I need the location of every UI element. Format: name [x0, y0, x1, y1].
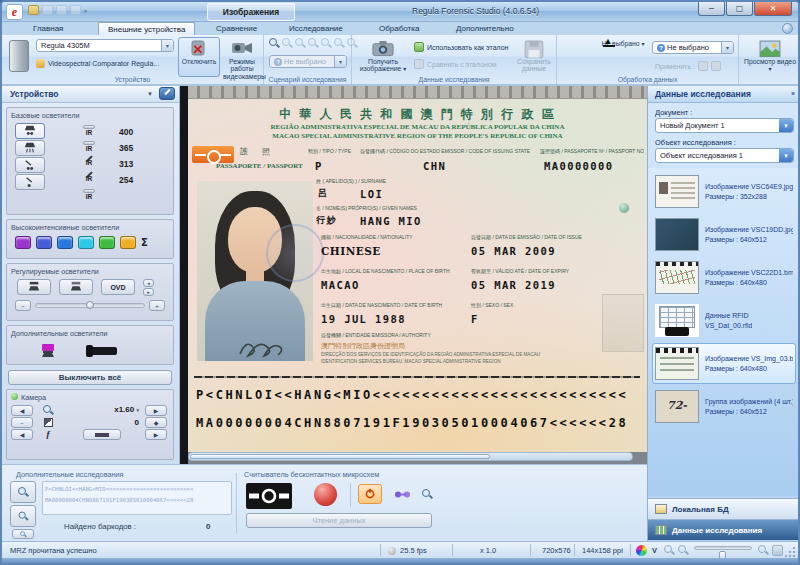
spot-light-button[interactable] — [15, 174, 45, 190]
resize-grip[interactable] — [784, 546, 796, 558]
led-cyan-button[interactable] — [78, 236, 94, 249]
ocr-zone-button[interactable] — [10, 481, 36, 503]
open-folder-icon[interactable] — [28, 5, 39, 15]
tab-comparison[interactable]: Сравнение — [207, 22, 266, 35]
uv-400-button[interactable]: 400 — [119, 124, 169, 140]
focus-left-button[interactable]: ◀ — [11, 429, 33, 440]
zoom-out-icon[interactable] — [664, 545, 675, 556]
scenario-tool-icon[interactable] — [295, 38, 306, 49]
save-data-button[interactable]: Сохранить данные — [514, 37, 554, 77]
slider-thumb[interactable] — [86, 301, 94, 309]
read-data-button[interactable]: Чтение данных — [246, 513, 432, 528]
chevron-down-icon[interactable]: ▼ — [147, 86, 153, 102]
small-magnifier-button[interactable] — [12, 529, 34, 539]
white-light-button[interactable] — [15, 123, 45, 139]
scrollbar-thumb[interactable] — [190, 454, 490, 459]
compare-with-reference-button[interactable]: Сравнить с эталоном — [414, 59, 497, 69]
exposure-plus-button[interactable]: ◆ — [145, 417, 167, 428]
ovd-button[interactable]: OVD — [101, 279, 135, 295]
apply-label[interactable]: Применить : — [655, 63, 695, 70]
device-model-combo[interactable]: Regula 4305M — [36, 39, 174, 52]
intensity-minus-button[interactable]: − — [15, 300, 31, 311]
chevron-right-icon[interactable]: » — [791, 86, 795, 102]
ir-illuminator-button[interactable]: IR — [65, 186, 113, 202]
horizontal-scrollbar[interactable] — [188, 452, 633, 461]
apply-prev-icon[interactable] — [698, 61, 708, 71]
adjustable-down-button[interactable]: ▸ — [143, 288, 154, 296]
save-icon[interactable] — [42, 5, 53, 15]
led-indigo-button[interactable] — [36, 236, 52, 249]
zoom-in-icon[interactable] — [758, 545, 769, 556]
nav-research-data[interactable]: Данные исследования — [648, 519, 800, 540]
scenario-tool-icon[interactable] — [321, 38, 332, 49]
scenario-combo[interactable]: ?Не выбрано — [269, 55, 347, 68]
scenario-tool-icon[interactable] — [308, 38, 319, 49]
reader-power-button[interactable] — [358, 484, 382, 504]
print-icon[interactable] — [70, 5, 81, 15]
uv-254-button[interactable]: 254 — [119, 172, 169, 188]
close-button[interactable]: ✕ — [754, 2, 792, 16]
list-item[interactable]: Изображение VSC19DD.jpgРазмеры : 640x512 — [652, 214, 796, 255]
document-combo[interactable]: Новый Документ 1 — [655, 118, 794, 133]
ribbon-style-icon[interactable] — [782, 23, 793, 34]
led-amber-button[interactable] — [120, 236, 136, 249]
tab-examination[interactable]: Исследование — [280, 22, 352, 35]
uv-313-button[interactable]: 313 — [119, 156, 169, 172]
sum-button[interactable]: Σ — [141, 236, 148, 249]
adjustable-lamp-1-button[interactable] — [17, 279, 51, 295]
qat-dropdown-icon[interactable]: ▾ — [84, 7, 87, 14]
scenario-tool-icon[interactable] — [334, 38, 345, 49]
magenta-lamp-icon[interactable] — [39, 343, 57, 358]
tab-home[interactable]: Главная — [24, 22, 72, 35]
view-video-button[interactable]: Просмотр видео — [743, 37, 797, 77]
maximize-button[interactable]: ▢ — [726, 2, 753, 16]
fit-view-icon[interactable] — [772, 545, 783, 556]
intensity-plus-button[interactable]: + — [149, 300, 165, 311]
side-light-button[interactable] — [15, 157, 45, 173]
led-violet-button[interactable] — [15, 236, 31, 249]
scenario-magnifier-icon[interactable] — [269, 38, 280, 49]
apply-next-icon[interactable] — [711, 61, 721, 71]
uv-365-button[interactable]: 365 — [119, 140, 169, 156]
device-type-row[interactable]: Videospectral Comparator Regula... — [36, 59, 159, 68]
record-button[interactable] — [314, 483, 337, 506]
scenario-tool-icon[interactable] — [282, 38, 293, 49]
list-item[interactable]: Изображение VSC64E9.jpgРазмеры : 352x288 — [652, 171, 796, 212]
intensity-slider[interactable] — [35, 303, 145, 308]
ir-oblique-button[interactable]: IR — [65, 154, 113, 170]
adjustable-lamp-2-button[interactable] — [59, 279, 93, 295]
passport-image[interactable]: 中 華 人 民 共 和 國 澳 門 特 別 行 政 區 REGIÃO ADMIN… — [188, 86, 647, 452]
led-green-button[interactable] — [99, 236, 115, 249]
barcode-search-button[interactable] — [10, 505, 36, 527]
list-item[interactable]: 72- Группа изображений (4 шт.)Размеры : … — [652, 386, 796, 427]
adjustable-up-button[interactable]: ◂ — [143, 279, 154, 287]
zoom-left-button[interactable]: ◀ — [11, 405, 33, 416]
key-icon[interactable] — [394, 489, 411, 500]
list-item-selected[interactable]: Изображение VS_Img_03.bmpРазмеры : 640x4… — [652, 343, 796, 384]
zoom-right-button[interactable]: ▶ — [145, 405, 167, 416]
not-selected-button[interactable]: Не выбрано — [599, 37, 647, 77]
exposure-minus-button[interactable]: − — [11, 417, 33, 428]
turn-off-all-button[interactable]: Выключить всё — [8, 370, 172, 385]
disconnect-button[interactable]: ✕ Отключить — [178, 37, 220, 77]
pin-icon[interactable] — [159, 87, 175, 100]
use-as-reference-button[interactable]: Использовать как эталон — [414, 42, 508, 52]
reader-magnifier-icon[interactable] — [422, 489, 433, 500]
ir-oblique-button[interactable]: IR — [65, 170, 113, 186]
ir-illuminator-button[interactable]: IR — [65, 122, 113, 138]
tab-additional[interactable]: Дополнительно — [447, 22, 523, 35]
focus-right-button[interactable]: ▶ — [145, 429, 167, 440]
color-wheel-icon[interactable] — [636, 545, 647, 556]
tab-processing[interactable]: Обработка — [370, 22, 428, 35]
led-blue-button[interactable] — [57, 236, 73, 249]
minimize-button[interactable]: ─ — [698, 2, 725, 16]
camera-modes-button[interactable]: Режимы работы видеокамеры — [222, 37, 262, 77]
tab-external-devices[interactable]: Внешние устройства — [98, 22, 195, 35]
acquire-image-button[interactable]: Получить изображение — [355, 37, 411, 77]
zoom-out-icon[interactable] — [678, 545, 689, 556]
nav-local-db[interactable]: Локальная БД — [648, 498, 800, 519]
copy-icon[interactable] — [56, 5, 67, 15]
object-combo[interactable]: Объект исследования 1 — [655, 148, 794, 163]
oblique-light-button[interactable] — [15, 140, 45, 156]
list-item[interactable]: Данные RFIDVS_Dat_00.rfid — [652, 300, 796, 341]
